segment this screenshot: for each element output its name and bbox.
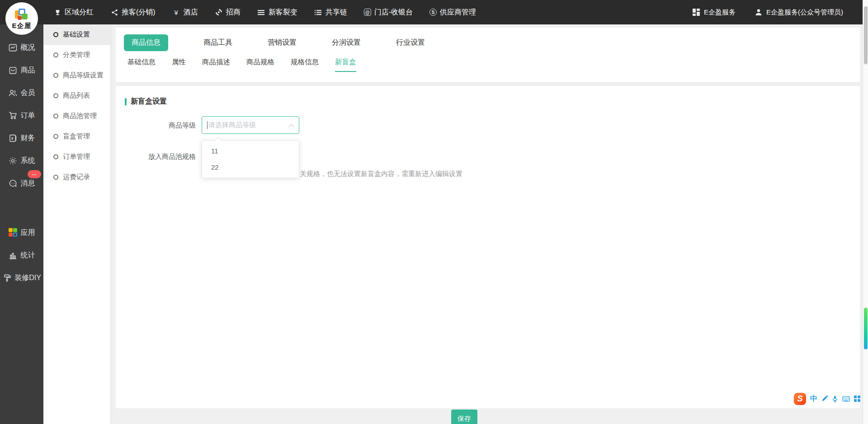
radio-circle-icon xyxy=(53,73,58,78)
submenu-item-goods-list[interactable]: 商品列表 xyxy=(43,86,110,106)
tab-marketing[interactable]: 营销设置 xyxy=(268,34,297,51)
submenu-item-category[interactable]: 分类管理 xyxy=(43,45,110,65)
topbar-item-region-bonus[interactable]: 区域分红 xyxy=(53,8,94,17)
circle-s-icon: S xyxy=(429,9,437,16)
hint-text: 关规格，也无法设置新盲盒内容，需重新进入编辑设置 xyxy=(300,170,462,178)
app-logo[interactable]: E企屋 xyxy=(5,2,38,35)
at-icon: @ xyxy=(364,9,371,16)
ime-grid-icon[interactable] xyxy=(854,395,860,402)
submenu-item-label: 商品列表 xyxy=(63,91,90,100)
submenu-item-label: 基础设置 xyxy=(63,30,90,39)
sidebar-item-orders[interactable]: 订单 xyxy=(0,104,43,127)
topbar-item-store-cashier[interactable]: @ 门店-收银台 xyxy=(364,8,413,17)
tab-goods-tools[interactable]: 商品工具 xyxy=(203,34,232,51)
gear-icon xyxy=(9,156,18,165)
submenu-item-freight[interactable]: 运费记录 xyxy=(43,167,110,187)
sidebar-item-label: 会员 xyxy=(21,88,35,98)
sidebar-item-messages[interactable]: … 消息 xyxy=(0,172,43,195)
sidebar-item-members[interactable]: 会员 xyxy=(0,81,43,104)
tab-industry[interactable]: 行业设置 xyxy=(396,34,425,51)
message-badge: … xyxy=(28,170,41,178)
text-cursor xyxy=(207,121,208,129)
topbar-right: E企盈服务 E企盈服务(公众号管理员) xyxy=(692,0,843,24)
sidebar-item-system[interactable]: 系统 xyxy=(0,149,43,172)
topbar-item-label: 推客(分销) xyxy=(122,8,156,17)
submenu-item-goods-pool[interactable]: 商品池管理 xyxy=(43,106,110,126)
topbar-item-promoter[interactable]: 推客(分销) xyxy=(110,8,156,17)
topbar-item-hotel[interactable]: ¥ 酒店 xyxy=(172,8,198,17)
level-select-placeholder: 请选择商品等级 xyxy=(208,121,256,129)
tab-attributes[interactable]: 属性 xyxy=(172,57,186,72)
list-icon xyxy=(314,8,322,16)
section-accent-bar xyxy=(125,98,127,105)
topbar-item-supplier[interactable]: S 供应商管理 xyxy=(429,8,476,17)
page-scrollbar[interactable] xyxy=(863,0,868,424)
tab-specs[interactable]: 商品规格 xyxy=(246,57,274,72)
sidebar-item-label: 概况 xyxy=(21,43,35,52)
pen-icon[interactable] xyxy=(821,395,828,402)
submenu-item-label: 分类管理 xyxy=(63,51,90,59)
level-select[interactable]: 请选择商品等级 xyxy=(202,116,299,134)
topbar-item-label: 供应商管理 xyxy=(440,8,476,17)
submenu-item-label: 订单管理 xyxy=(63,152,90,161)
tab-profit-sharing[interactable]: 分润设置 xyxy=(332,34,361,51)
level-label: 商品等级 xyxy=(116,121,196,130)
grid-icon xyxy=(692,8,700,16)
scrollbar-indicator[interactable] xyxy=(864,308,868,349)
tab-new-blindbox[interactable]: 新盲盒 xyxy=(335,57,356,72)
tab-spec-info[interactable]: 规格信息 xyxy=(291,57,319,72)
sidebar-item-finance[interactable]: ¥ 财务 xyxy=(0,127,43,149)
topbar-item-label: 区域分红 xyxy=(65,8,94,17)
submenu-item-basic-settings[interactable]: 基础设置 xyxy=(43,24,110,45)
radio-circle-icon xyxy=(53,134,58,139)
sidebar-item-stats[interactable]: 统计 xyxy=(0,244,43,267)
paint-roller-icon xyxy=(2,273,11,282)
sidebar-item-apps[interactable]: 应用 xyxy=(0,221,43,244)
trophy-icon xyxy=(53,8,61,16)
dropdown-option[interactable]: 11 xyxy=(202,143,299,159)
keyboard-icon[interactable] xyxy=(842,396,850,402)
radio-circle-icon xyxy=(53,175,58,180)
form-card: 新盲盒设置 商品等级 请选择商品等级 放入商品池规格 关规格，也无法设置新盲盒内… xyxy=(116,86,860,408)
sidebar-item-overview[interactable]: 概况 xyxy=(0,36,43,59)
barchart-icon xyxy=(9,251,18,260)
logo-icon xyxy=(15,9,28,20)
dropdown-option[interactable]: 22 xyxy=(202,159,299,176)
topbar-item-investment[interactable]: 招商 xyxy=(215,8,241,17)
bag-icon xyxy=(9,66,18,75)
chevron-up-icon xyxy=(288,124,294,130)
sidebar-item-goods[interactable]: 商品 xyxy=(0,59,43,81)
account-menu[interactable]: E企盈服务(公众号管理员) xyxy=(755,8,843,17)
topbar: 区域分红 推客(分销) ¥ 酒店 招商 新客裂变 共享链 @ 门店-收银台 S … xyxy=(0,0,868,24)
tab-basic-info[interactable]: 基础信息 xyxy=(127,57,156,72)
ime-lang-toggle[interactable]: 中 xyxy=(810,394,817,404)
service-menu[interactable]: E企盈服务 xyxy=(692,8,736,17)
level-dropdown: 11 22 xyxy=(202,140,299,178)
sidebar-item-label: 装修DIY xyxy=(14,273,41,283)
radio-circle-icon xyxy=(53,154,58,159)
sidebar-item-label: 消息 xyxy=(21,179,35,188)
save-button[interactable]: 保存 xyxy=(451,410,477,424)
yen-icon: ¥ xyxy=(172,8,180,16)
tabs-card: 商品信息 商品工具 营销设置 分润设置 行业设置 基础信息 属性 商品描述 商品… xyxy=(116,28,860,82)
submenu-item-goods-level[interactable]: 商品等级设置 xyxy=(43,65,110,86)
tab-goods-info[interactable]: 商品信息 xyxy=(124,34,168,51)
apps-icon xyxy=(9,228,18,237)
submenu-item-blindbox[interactable]: 盲盒管理 xyxy=(43,126,110,147)
account-label: E企盈服务(公众号管理员) xyxy=(766,8,843,17)
menu-lines-icon xyxy=(257,8,265,16)
radio-circle-icon xyxy=(53,52,58,57)
mic-icon[interactable] xyxy=(832,395,838,402)
scrollbar-thumb[interactable] xyxy=(864,6,868,64)
tab-description[interactable]: 商品描述 xyxy=(202,57,230,72)
sidebar-item-diy[interactable]: 装修DIY xyxy=(0,267,43,289)
sogou-logo-icon[interactable]: S xyxy=(794,393,806,405)
topbar-item-label: 共享链 xyxy=(326,8,347,17)
topbar-item-sharechain[interactable]: 共享链 xyxy=(314,8,347,17)
radio-circle-icon xyxy=(53,93,58,98)
overview-icon xyxy=(9,43,18,52)
secondary-tabs: 基础信息 属性 商品描述 商品规格 规格信息 新盲盒 xyxy=(116,51,860,72)
share-icon xyxy=(110,8,118,16)
topbar-item-fission[interactable]: 新客裂变 xyxy=(257,8,297,17)
submenu-item-order-mgmt[interactable]: 订单管理 xyxy=(43,147,110,167)
